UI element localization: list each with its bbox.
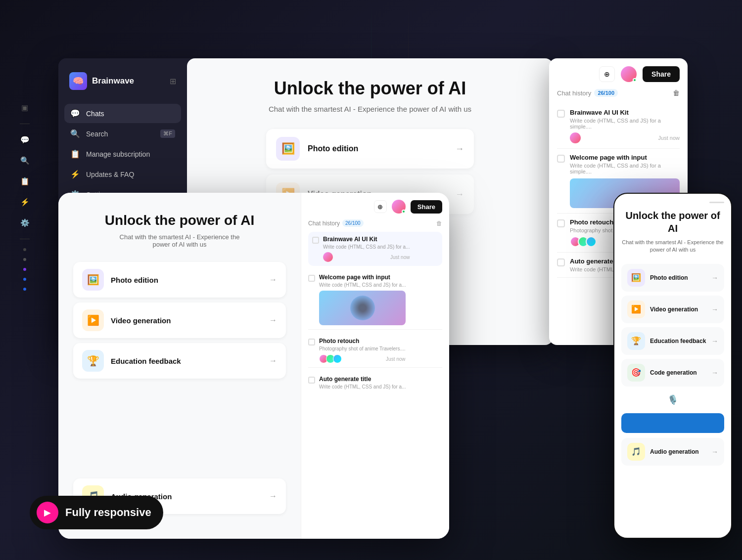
mobile-feature-photo[interactable]: 🖼️ Photo edition → — [621, 264, 724, 292]
mobile-feature-code[interactable]: 🎯 Code generation → — [621, 359, 724, 387]
tablet-chat-desc-1: Write code (HTML, CSS and JS) for a... — [323, 244, 410, 250]
left-sidebar-panel-icon[interactable]: ▣ — [16, 99, 34, 117]
hero-title: Unlock the power of AI — [274, 78, 466, 99]
chat-checkbox-1[interactable] — [557, 110, 565, 118]
mobile-notch — [621, 202, 724, 203]
mobile-feature-audio[interactable]: 🎵 Audio generation → — [621, 438, 724, 466]
tablet-chat-row-3: Just now — [319, 354, 406, 363]
left-sidebar-dot4 — [23, 278, 26, 281]
chat-checkbox-2[interactable] — [557, 155, 565, 163]
tablet-checkbox-2[interactable] — [308, 275, 315, 282]
tablet-chat-content-2: Welcome page with input Write code (HTML… — [319, 274, 406, 325]
tablet-chat-desc-3: Photography shot of anime Travelers.... — [319, 346, 406, 351]
tablet-chat-topbar: ⊕ Share — [308, 200, 442, 214]
updates-icon: ⚡ — [70, 170, 80, 179]
tablet-checkbox-4[interactable] — [308, 377, 315, 384]
chat-item-desc-2: Write code (HTML, CSS and JS) for a simp… — [570, 163, 680, 174]
mobile-edu-label: Education feedback — [650, 338, 706, 345]
tablet-chat-content-1: Brainwave AI UI Kit Write code (HTML, CS… — [323, 236, 410, 262]
left-sidebar-dot5 — [23, 288, 26, 291]
feature-card-photo[interactable]: 🖼️ Photo edition → — [266, 129, 474, 169]
tablet-window: Unlock the power of AI Chat with the sma… — [58, 193, 449, 539]
left-sidebar-manage-icon[interactable]: 📋 — [16, 172, 34, 190]
chat-history-title: Chat history — [557, 89, 591, 97]
tablet-chat-item-2[interactable]: Welcome page with input Write code (HTML… — [308, 270, 442, 330]
left-sidebar: ▣ 💬 🔍 📋 ⚡ ⚙️ — [16, 99, 34, 293]
chat-avatar-3c — [586, 236, 597, 247]
tablet-video-arrow: → — [269, 316, 277, 325]
mobile-video-label: Video generation — [650, 306, 706, 313]
left-sidebar-dot1 — [23, 248, 26, 251]
tablet-chat-item-3[interactable]: Photo retouch Photography shot of anime … — [308, 334, 442, 368]
left-sidebar-chat-icon[interactable]: 💬 — [16, 131, 34, 149]
new-chat-icon[interactable]: ⊕ — [599, 66, 615, 82]
share-button[interactable]: Share — [643, 66, 680, 82]
search-icon: 🔍 — [70, 129, 80, 138]
tablet-chat-history-title: Chat history — [308, 220, 340, 227]
tablet-chat-image — [319, 291, 406, 325]
tablet-chat-time-3: Just now — [386, 356, 405, 362]
tablet-chat-panel: ⊕ Share Chat history 26/100 🗑 Brainwave … — [301, 193, 449, 539]
tablet-hero-title: Unlock the power of AI — [105, 213, 254, 228]
sidebar-toggle-icon[interactable]: ⊞ — [170, 77, 176, 86]
chat-checkbox-3[interactable] — [557, 219, 565, 227]
left-sidebar-settings-icon[interactable]: ⚙️ — [16, 214, 34, 232]
tablet-chat-item-highlighted[interactable]: Brainwave AI UI Kit Write code (HTML, CS… — [308, 232, 442, 266]
mobile-edu-icon: 🏆 — [627, 332, 645, 350]
tablet-video-icon: ▶️ — [82, 309, 104, 331]
responsive-badge-icon: ▶ — [37, 502, 58, 523]
mobile-audio-icon: 🎵 — [627, 443, 645, 461]
tablet-new-chat-icon[interactable]: ⊕ — [374, 200, 387, 213]
mobile-audio-label: Audio generation — [650, 448, 706, 455]
tablet-chat-item-4[interactable]: Auto generate title Write code (HTML, CS… — [308, 372, 442, 393]
tablet-feature-photo[interactable]: 🖼️ Photo edition → — [73, 262, 286, 298]
tablet-chat-badge: 26/100 — [342, 219, 364, 227]
tablet-delete-icon[interactable]: 🗑 — [436, 220, 442, 227]
online-indicator — [633, 78, 637, 82]
tablet-chat-title-4: Auto generate title — [319, 376, 406, 383]
tablet-edu-label: Education feedback — [111, 357, 262, 365]
mobile-mic-icon[interactable]: 🎙️ — [667, 394, 678, 405]
sidebar-item-chats[interactable]: 💬 Chats — [64, 104, 181, 123]
tablet-chat-desc-2: Write code (HTML, CSS and JS) for a... — [319, 282, 406, 288]
sidebar-item-subscription[interactable]: 📋 Manage subscription — [64, 144, 181, 164]
tablet-audio-arrow: → — [269, 492, 277, 501]
chats-icon: 💬 — [70, 109, 80, 118]
mobile-video-icon: ▶️ — [627, 301, 645, 318]
tablet-feature-video[interactable]: ▶️ Video generation → — [73, 302, 286, 338]
chat-avatar-row-1: Just now — [570, 132, 680, 143]
tablet-avatars-group — [319, 354, 342, 363]
tablet-chat-title-1: Brainwave AI UI Kit — [323, 236, 410, 243]
tablet-share-button[interactable]: Share — [411, 200, 442, 214]
responsive-badge-text: Fully responsive — [65, 506, 151, 519]
sidebar-item-search[interactable]: 🔍 Search ⌘F — [64, 124, 181, 143]
mobile-hero-subtitle: Chat with the smartest AI - Experience t… — [621, 239, 724, 254]
tablet-feature-education[interactable]: 🏆 Education feedback → — [73, 343, 286, 379]
chat-panel-header: Chat history 26/100 🗑 — [557, 89, 680, 97]
chat-item[interactable]: Brainwave AI UI Kit Write code (HTML, CS… — [557, 104, 680, 149]
mobile-code-icon: 🎯 — [627, 364, 645, 382]
responsive-badge: ▶ Fully responsive — [30, 496, 163, 529]
tablet-chat-row-1: Just now — [323, 252, 410, 262]
mobile-feature-video[interactable]: ▶️ Video generation → — [621, 296, 724, 323]
play-icon: ▶ — [44, 507, 51, 518]
mobile-audio-arrow: → — [711, 448, 718, 456]
chat-avatar-1 — [570, 132, 581, 143]
mobile-code-label: Code generation — [650, 369, 706, 376]
left-sidebar-widget-icon[interactable]: ⚡ — [16, 193, 34, 211]
delete-icon[interactable]: 🗑 — [673, 89, 680, 97]
mobile-feature-education[interactable]: 🏆 Education feedback → — [621, 327, 724, 355]
tablet-chat-content-4: Auto generate title Write code (HTML, CS… — [319, 376, 406, 389]
chats-label: Chats — [86, 110, 104, 118]
tablet-edu-icon: 🏆 — [82, 350, 104, 372]
photo-edition-icon: 🖼️ — [276, 137, 300, 161]
mobile-hero-title: Unlock the power of AI — [621, 209, 724, 235]
left-sidebar-separator2 — [20, 239, 30, 239]
sidebar-item-updates[interactable]: ⚡ Updates & FAQ — [64, 165, 181, 184]
tablet-online-dot — [402, 210, 406, 214]
left-sidebar-search-icon[interactable]: 🔍 — [16, 152, 34, 170]
tablet-checkbox-1[interactable] — [312, 237, 319, 244]
mobile-cta-button[interactable] — [621, 413, 724, 433]
tablet-checkbox-3[interactable] — [308, 339, 315, 345]
chat-checkbox-4[interactable] — [557, 258, 565, 266]
